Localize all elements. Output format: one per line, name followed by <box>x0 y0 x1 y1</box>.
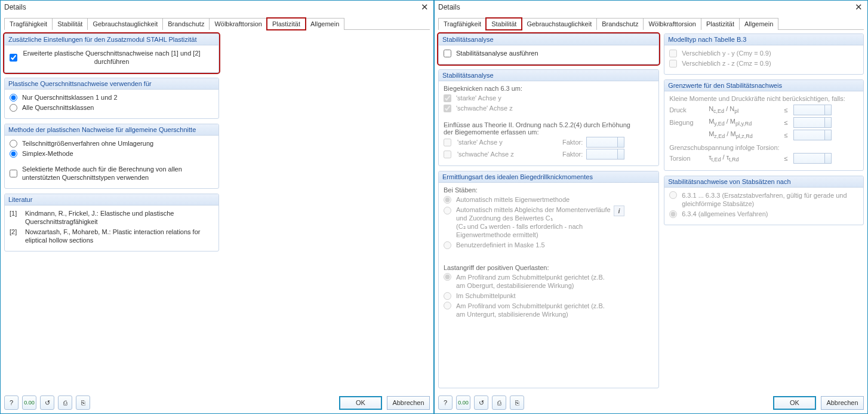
close-icon[interactable]: ✕ <box>415 1 433 14</box>
tab-tragfaehigkeit[interactable]: Tragfähigkeit <box>438 18 487 30</box>
cancel-button[interactable]: Abbrechen <box>387 396 430 410</box>
radio-moment-matching-label: Automatisch mittels Abgleichs der Moment… <box>456 206 611 222</box>
units-icon[interactable]: 0.00 <box>22 395 36 410</box>
tab-woelbkrafttorsion[interactable]: Wölbkrafttorsion <box>643 18 701 30</box>
lit-ref-2-text: Nowzartash, F., Mohareb, M.: Plastic int… <box>25 228 214 244</box>
limit-biegung-z-op: ≤ <box>784 131 790 139</box>
radio-eigenvalue-label: Automatisch mittels Eigenwertmethode <box>456 195 570 204</box>
export-icon[interactable]: ⎙ <box>492 395 506 410</box>
checkbox-sway-z-label: Verschieblich z - z (Cmz = 0.9) <box>682 59 771 68</box>
radio-all-classes[interactable] <box>10 104 17 112</box>
sublabel-second-order: Einflüsse aus Theorie II. Ordnung nach 5… <box>444 121 635 136</box>
checkbox-extended-plastic-label: Erweiterte plastische Querschnittsnachwe… <box>22 49 201 66</box>
ok-button[interactable]: OK <box>339 396 382 410</box>
radio-moment-matching-note: (C₂ und C₃ werden - falls erforderlich -… <box>456 222 611 239</box>
tab-brandschutz[interactable]: Brandschutz <box>596 18 644 30</box>
help-icon[interactable]: ? <box>438 395 453 410</box>
group-title: Stabilitätsanalyse <box>439 70 658 81</box>
tab-gebrauchstauglichkeit[interactable]: Gebrauchstauglichkeit <box>87 18 163 30</box>
group-additional-settings: Zusätzliche Einstellungen für den Zusatz… <box>4 33 219 73</box>
ok-button[interactable]: OK <box>773 396 816 410</box>
group-member-sets: Stabilitätsnachweise von Stabsätzen nach… <box>664 176 864 225</box>
limit-biegung-z-input[interactable] <box>793 130 832 140</box>
limit-druck-expr: Nc,Ed / Npl <box>709 105 780 114</box>
titlebar: Details ✕ <box>435 1 867 14</box>
radio-simplex-label: Simplex-Methode <box>22 149 73 158</box>
checkbox-weak-axis-z <box>444 105 451 112</box>
export-icon[interactable]: ⎙ <box>58 395 72 410</box>
limit-torsion-expr: τt,Ed / τt,Rd <box>709 154 780 162</box>
tab-gebrauchstauglichkeit[interactable]: Gebrauchstauglichkeit <box>521 18 597 30</box>
group-title: Modelltyp nach Tabelle B.3 <box>664 34 863 45</box>
limit-druck-op: ≤ <box>784 106 790 114</box>
radio-user-defined-label: Benutzerdefiniert in Maske 1.5 <box>456 241 545 249</box>
tab-brandschutz[interactable]: Brandschutz <box>162 18 210 30</box>
button-bar: ? 0.00 ↺ ⎙ ⎘ OK Abbrechen <box>1 392 433 413</box>
limit-biegung-y-op: ≤ <box>784 119 790 126</box>
radio-partial-internal-forces[interactable] <box>10 140 17 148</box>
factor-y-input[interactable] <box>586 137 624 148</box>
reset-icon[interactable]: ↺ <box>40 395 54 410</box>
help-icon[interactable]: ? <box>4 395 19 410</box>
tab-plastizitaet[interactable]: Plastizität <box>267 18 306 30</box>
tab-stabilitaet[interactable]: Stabilität <box>52 18 88 30</box>
cancel-button[interactable]: Abbrechen <box>821 396 864 410</box>
limit-druck-input[interactable] <box>793 105 832 115</box>
tab-allgemein[interactable]: Allgemein <box>305 18 344 30</box>
sublabel-load-application: Lastangriff der positiven Querlasten: <box>444 264 654 271</box>
radio-load-top <box>444 273 451 281</box>
tab-stabilitaet[interactable]: Stabilität <box>486 18 522 30</box>
import-icon[interactable]: ⎘ <box>510 395 524 410</box>
group-title: Literatur <box>5 194 218 206</box>
factor-z-input[interactable] <box>586 149 624 160</box>
tab-allgemein[interactable]: Allgemein <box>739 18 778 30</box>
limit-biegung-y-input[interactable] <box>793 117 832 128</box>
limit-biegung-y-label: Biegung <box>669 119 705 126</box>
titlebar: Details ✕ <box>1 1 433 14</box>
limit-torsion-input[interactable] <box>793 153 832 164</box>
checkbox-factor-y-label: 'starke' Achse y <box>457 139 559 146</box>
radio-load-bottom-label: Am Profilrand vom Schubmittelpunkt geric… <box>456 302 611 318</box>
radio-moment-matching <box>444 207 451 214</box>
group-title: Zusätzliche Einstellungen für den Zusatz… <box>5 34 218 45</box>
lit-ref-1-num: [1] <box>10 209 23 217</box>
tab-plastizitaet[interactable]: Plastizität <box>701 18 740 30</box>
checkbox-run-stability[interactable] <box>444 50 451 57</box>
close-icon[interactable]: ✕ <box>849 1 867 14</box>
radio-load-shear-center <box>444 292 451 300</box>
radio-classes-1-2[interactable] <box>10 94 17 102</box>
checkbox-sway-y-label: Verschieblich y - y (Cmy = 0.9) <box>682 49 771 57</box>
window-title: Details <box>4 3 26 11</box>
checkbox-sway-z <box>669 60 677 68</box>
radio-all-classes-label: Alle Querschnittsklassen <box>22 103 94 112</box>
limit-torsion-label: Torsion <box>669 155 705 162</box>
checkbox-factor-z-label: 'schwache' Achse z <box>457 151 559 158</box>
checkbox-strong-axis-y <box>444 94 451 102</box>
info-icon[interactable]: i <box>614 206 624 216</box>
lit-ref-1-text: Kindmann, R., Frickel, J.: Elastische un… <box>25 209 214 226</box>
radio-load-shear-center-label: Im Schubmittelpunkt <box>456 292 516 300</box>
radio-user-defined <box>444 241 451 249</box>
group-model-type: Modelltyp nach Tabelle B.3 Verschieblich… <box>664 33 864 75</box>
reset-icon[interactable]: ↺ <box>474 395 488 410</box>
import-icon[interactable]: ⎘ <box>76 395 90 410</box>
checkbox-extended-plastic[interactable] <box>10 54 17 62</box>
radio-general-method <box>669 210 677 218</box>
limits-intro: Kleine Momente und Druckkräfte nicht ber… <box>669 95 858 102</box>
radio-equivalent-member-label: 6.3.1 ... 6.3.3 (Ersatzstabverfahren, gü… <box>682 191 849 208</box>
tab-woelbkrafttorsion[interactable]: Wölbkrafttorsion <box>209 18 267 30</box>
group-title: Methode der plastischen Nachweise für al… <box>5 124 218 136</box>
sublabel-buckling: Biegeknicken nach 6.3 um: <box>444 85 654 92</box>
radio-eigenvalue <box>444 196 451 204</box>
limits-torsion-intro: Grenzschubspannung infolge Torsion: <box>669 144 858 151</box>
checkbox-run-stability-label: Stabilitätsanalyse ausführen <box>456 49 538 57</box>
checkbox-apply-all-types[interactable] <box>10 170 17 177</box>
radio-simplex[interactable] <box>10 150 17 158</box>
limit-druck-label: Druck <box>669 106 705 114</box>
units-icon[interactable]: 0.00 <box>456 395 470 410</box>
group-method: Methode der plastischen Nachweise für al… <box>4 124 219 189</box>
group-title: Stabilitätsanalyse <box>439 34 658 45</box>
tab-tragfaehigkeit[interactable]: Tragfähigkeit <box>4 18 53 30</box>
tabstrip: Tragfähigkeit Stabilität Gebrauchstaugli… <box>438 17 864 30</box>
checkbox-weak-axis-z-label: 'schwache' Achse z <box>456 104 513 112</box>
